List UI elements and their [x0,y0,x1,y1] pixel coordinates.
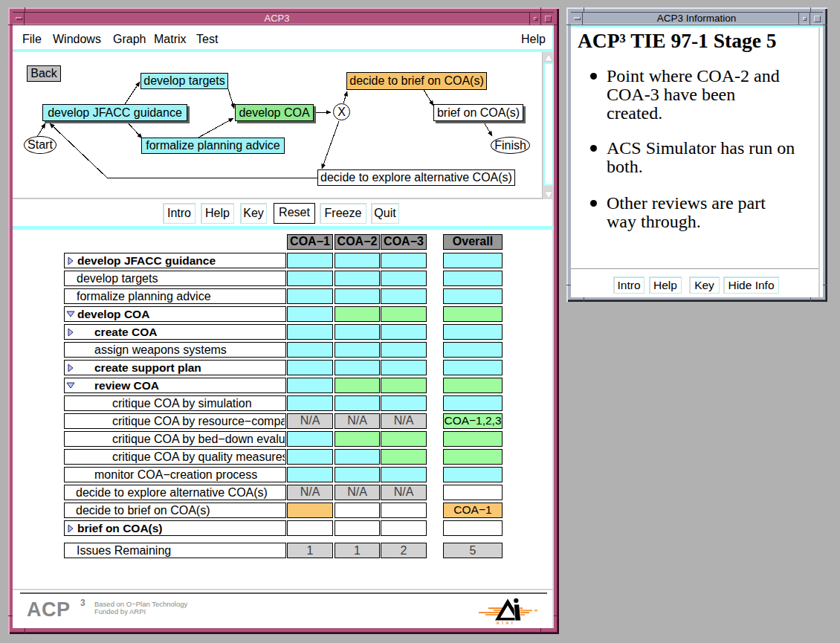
svg-text:AIAI: AIAI [497,621,516,625]
